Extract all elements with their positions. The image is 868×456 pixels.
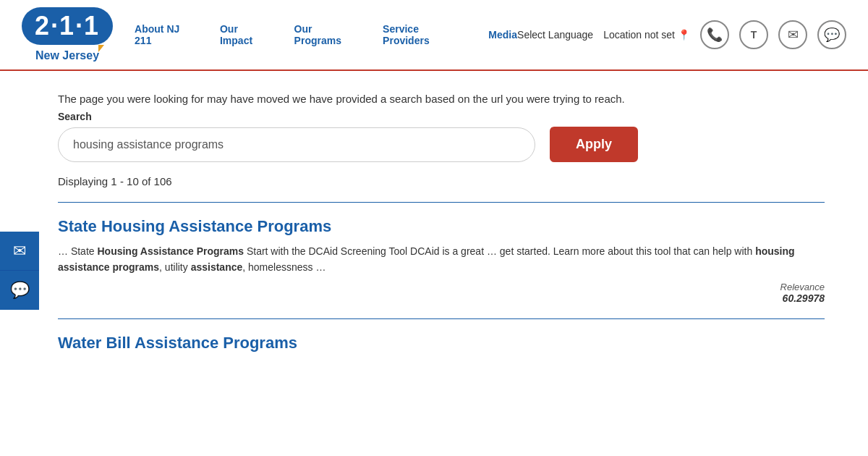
nav-impact[interactable]: Our Impact — [220, 23, 273, 46]
logo-bubble: 2·1·1 — [22, 7, 113, 45]
main-nav: About NJ 211 Our Impact Our Programs Ser… — [135, 23, 517, 46]
nav-service-providers[interactable]: Service Providers — [383, 23, 467, 46]
text-icon-button[interactable]: T — [739, 20, 768, 49]
email-icon: ✉ — [13, 242, 26, 261]
header-right: Select Language Location not set 📍 📞 T ✉… — [517, 20, 846, 49]
chat-icon: 💬 — [10, 281, 30, 300]
nav-about[interactable]: About NJ 211 — [135, 23, 198, 46]
logo-subtitle: New Jersey — [35, 49, 99, 62]
sidebar-icons: ✉ 💬 — [0, 232, 39, 310]
result-item-2: Water Bill Assistance Programs — [58, 318, 825, 374]
search-row: Apply — [58, 127, 825, 162]
header: 2·1·1 New Jersey About NJ 211 Our Impact… — [0, 0, 868, 71]
apply-button[interactable]: Apply — [550, 127, 638, 162]
nav-programs[interactable]: Our Programs — [294, 23, 362, 46]
logo-text: 2·1·1 — [35, 11, 100, 41]
phone-icon: 📞 — [707, 27, 723, 43]
speech-bubble-icon: 💬 — [824, 27, 840, 43]
sidebar-email-icon[interactable]: ✉ — [0, 232, 39, 271]
search-input[interactable] — [58, 127, 535, 162]
result-title-1[interactable]: State Housing Assistance Programs — [58, 217, 825, 236]
logo-area: 2·1·1 New Jersey — [22, 7, 113, 62]
info-message: The page you were looking for may have m… — [58, 93, 825, 105]
location-pin-icon: 📍 — [678, 29, 690, 41]
mail-icon: ✉ — [788, 27, 799, 43]
result-relevance-1: Relevance 60.29978 — [58, 282, 825, 304]
chat-icon-button[interactable]: 💬 — [817, 20, 846, 49]
sms-icon: T — [751, 29, 757, 41]
main-content: The page you were looking for may have m… — [0, 71, 868, 396]
result-item: State Housing Assistance Programs … Stat… — [58, 202, 825, 318]
select-language[interactable]: Select Language — [517, 29, 593, 41]
search-label: Search — [58, 111, 825, 122]
email-icon-button[interactable]: ✉ — [778, 20, 807, 49]
nav-media[interactable]: Media — [488, 29, 517, 41]
phone-icon-button[interactable]: 📞 — [700, 20, 729, 49]
displaying-count: Displaying 1 - 10 of 106 — [58, 175, 825, 187]
result-snippet-1: … State Housing Assistance Programs Star… — [58, 243, 825, 276]
result-title-2[interactable]: Water Bill Assistance Programs — [58, 334, 825, 352]
sidebar-chat-icon[interactable]: 💬 — [0, 271, 39, 310]
location-display[interactable]: Location not set 📍 — [603, 29, 690, 41]
